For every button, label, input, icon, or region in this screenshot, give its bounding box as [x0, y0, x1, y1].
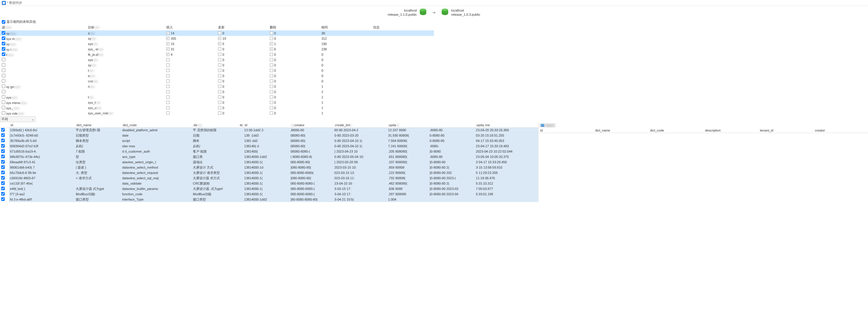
row-checkbox[interactable]	[270, 79, 273, 83]
row-checkbox[interactable]	[166, 111, 169, 115]
row-checkbox[interactable]	[218, 79, 221, 83]
row-checkbox[interactable]	[166, 42, 169, 45]
row-select-checkbox[interactable]	[2, 42, 5, 45]
row-select-checkbox[interactable]	[2, 58, 5, 61]
row-checkbox[interactable]	[270, 74, 273, 77]
detail-row-checkbox[interactable]	[1, 171, 5, 174]
row-checkbox[interactable]	[218, 48, 221, 51]
row-checkbox[interactable]	[218, 31, 221, 35]
row-checkbox[interactable]	[270, 90, 273, 93]
row-checkbox[interactable]	[218, 63, 221, 67]
table-row[interactable]: sys_xxxx sys_uxxx 0 0 1	[0, 105, 434, 111]
row-checkbox[interactable]	[270, 101, 273, 104]
row-checkbox[interactable]	[270, 69, 273, 72]
row-checkbox[interactable]	[270, 53, 273, 56]
row-checkbox[interactable]	[270, 111, 273, 115]
detail-row-checkbox[interactable]	[1, 181, 5, 185]
row-checkbox[interactable]	[270, 106, 273, 109]
row-select-checkbox[interactable]	[2, 111, 5, 115]
detail-row[interactable]: ce110l }97-45e( data_validate CRC数据校 138…	[0, 181, 538, 186]
table-row[interactable]: txxx 0 0 0	[0, 68, 434, 73]
row-checkbox[interactable]	[166, 101, 169, 104]
row-checkbox[interactable]	[218, 111, 221, 115]
detail-row-checkbox[interactable]	[1, 133, 5, 137]
row-checkbox[interactable]	[166, 85, 169, 88]
row-select-checkbox[interactable]	[2, 95, 5, 99]
row-checkbox[interactable]	[218, 58, 221, 61]
detail-row[interactable]: 35789a3b-d5 5-b0 脚本类型 script 脚本 1381 dd2…	[0, 138, 538, 143]
row-checkbox[interactable]	[166, 69, 169, 72]
detail-row[interactable]: f77 }3-aa2 ModBus功能i function_code ModBu…	[0, 191, 538, 197]
detail-row[interactable]: c56919d 4803-87 + 请求方式 dataview_select_s…	[0, 175, 538, 181]
row-checkbox[interactable]	[166, 58, 169, 61]
row-checkbox[interactable]	[270, 48, 273, 51]
row-select-checkbox[interactable]	[2, 79, 5, 83]
detail-row[interactable]: 671d5516-ba19-4. 7 权限 d d_customer_auth …	[0, 149, 538, 154]
detail-row[interactable]: 68b3875c-473e-44c( 型 ace_type 接口类 138140…	[0, 154, 538, 160]
detail-row-checkbox[interactable]	[1, 149, 5, 153]
table-row[interactable]: 0 0 2	[0, 89, 434, 94]
row-select-checkbox[interactable]	[2, 106, 5, 109]
table-row[interactable]: sys mxxxx syxxx 355 19 0 312	[0, 36, 434, 41]
detail-row[interactable]: e49( )ed( } 大屏设计器 式为get dataview_builtin…	[0, 186, 538, 191]
table-row[interactable]: sysxxx 0 0 0	[0, 57, 434, 62]
row-checkbox[interactable]	[218, 37, 221, 40]
row-checkbox[interactable]	[270, 63, 273, 67]
detail-row[interactable]: 69eaaf4f-97c3-41 址类型 ataview_select_orig…	[0, 160, 538, 165]
detail-row-checkbox[interactable]	[1, 128, 5, 132]
row-checkbox[interactable]	[166, 37, 169, 40]
row-checkbox[interactable]	[166, 74, 169, 77]
detail-row[interactable]: 2c7e93c5- 8248-b0 日期类型 date 日期 138 -1dd2…	[0, 133, 538, 138]
detail-row-checkbox[interactable]	[1, 192, 5, 196]
row-select-checkbox[interactable]	[2, 31, 5, 35]
detail-row[interactable]: 1393e6( ) 43c6-8cl 平台管理员禁l 限 disabled_pl…	[0, 128, 538, 133]
right-table-tag[interactable]: xxxxx	[539, 123, 556, 128]
detail-row[interactable]: fd 3 e-4fbd-a6f! 接口类型 interface_Type 接口类…	[0, 197, 538, 202]
row-checkbox[interactable]	[218, 106, 221, 109]
row-checkbox[interactable]	[218, 95, 221, 99]
row-checkbox[interactable]	[218, 53, 221, 56]
row-select-checkbox[interactable]	[2, 101, 5, 104]
row-select-checkbox[interactable]	[2, 36, 5, 40]
row-checkbox[interactable]	[270, 58, 273, 61]
detail-row[interactable]: b5c70dc6-6 99-9e 大. 类型 dataview_select_r…	[0, 170, 538, 175]
row-checkbox[interactable]	[166, 48, 169, 51]
row-checkbox[interactable]	[218, 74, 221, 77]
row-select-checkbox[interactable]	[2, 63, 5, 67]
row-checkbox[interactable]	[270, 42, 273, 45]
row-checkbox[interactable]	[270, 31, 273, 35]
table-row[interactable]: ccexxx 0 0 0	[0, 79, 434, 84]
row-checkbox[interactable]	[270, 85, 273, 88]
row-select-checkbox[interactable]	[2, 68, 5, 72]
row-checkbox[interactable]	[166, 90, 169, 93]
row-checkbox[interactable]	[166, 31, 169, 35]
detail-row-checkbox[interactable]	[1, 176, 5, 179]
row-select-checkbox[interactable]	[2, 52, 5, 56]
table-row[interactable]: txxxx tk_ja plxxx 4 0 0 0	[0, 52, 434, 57]
row-checkbox[interactable]	[166, 53, 169, 56]
table-row[interactable]: syxxxx sysxxx 15 5 1 190	[0, 41, 434, 47]
row-checkbox[interactable]	[166, 79, 169, 83]
detail-row-checkbox[interactable]	[1, 165, 5, 169]
row-checkbox[interactable]	[218, 42, 221, 45]
row-select-checkbox[interactable]	[2, 84, 5, 88]
detail-row[interactable]: 608304d2-07e2 b3f 从机l slav ress 从机l 1381…	[0, 143, 538, 149]
row-checkbox[interactable]	[166, 95, 169, 99]
detail-row-checkbox[interactable]	[1, 155, 5, 158]
row-select-checkbox[interactable]	[2, 47, 5, 51]
detail-row[interactable]: 88061db6-b43( 7 | 器请 } dataview_select_m…	[0, 165, 538, 170]
row-select-checkbox[interactable]	[2, 74, 5, 77]
detail-row-checkbox[interactable]	[1, 187, 5, 190]
table-row[interactable]: sys menuxxxx sys_txxx 0 0 1	[0, 100, 434, 105]
table-row[interactable]: sy ixxxx sys_ erxxx 31 0 6 238	[0, 47, 434, 52]
row-checkbox[interactable]	[218, 69, 221, 72]
show-same-checkbox[interactable]	[2, 20, 5, 24]
table-row[interactable]: sy gnxxxx nxxx 0 0 1	[0, 84, 434, 89]
detail-row-checkbox[interactable]	[1, 144, 5, 147]
row-checkbox[interactable]	[166, 106, 169, 109]
row-checkbox[interactable]	[218, 90, 221, 93]
detail-row-checkbox[interactable]	[1, 160, 5, 164]
row-checkbox[interactable]	[218, 85, 221, 88]
row-checkbox[interactable]	[218, 101, 221, 104]
table-row[interactable]: sys rolexxxx sys_user_rolexxx 0 0 1	[0, 111, 434, 116]
